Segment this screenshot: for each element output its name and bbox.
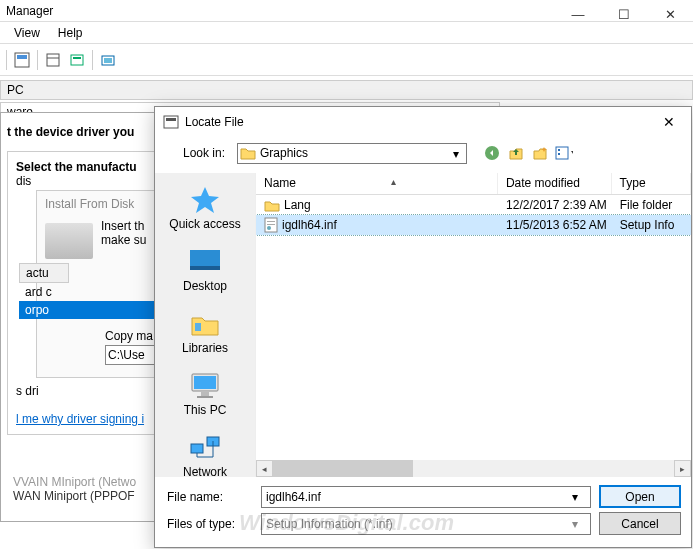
svg-rect-11 <box>556 147 568 159</box>
insert-text: Insert th <box>101 219 146 233</box>
svg-rect-24 <box>267 221 275 222</box>
filename-combo[interactable]: igdlh64.inf ▾ <box>261 486 591 508</box>
file-type: File folder <box>612 197 691 213</box>
parent-window-controls: — ☐ ✕ <box>555 0 693 28</box>
view-menu-button[interactable] <box>555 144 573 162</box>
svg-rect-25 <box>267 224 275 225</box>
svg-rect-18 <box>194 376 216 389</box>
svg-point-26 <box>267 226 271 230</box>
svg-rect-21 <box>191 444 203 453</box>
svg-rect-5 <box>73 57 81 59</box>
chevron-down-icon: ▾ <box>572 490 588 504</box>
lookin-value: Graphics <box>260 146 308 160</box>
file-date: 11/5/2013 6:52 AM <box>498 217 612 233</box>
star-icon <box>187 185 223 215</box>
svg-rect-19 <box>201 392 209 396</box>
filename-label: File name: <box>165 490 253 504</box>
svg-rect-20 <box>197 396 213 398</box>
back-button[interactable] <box>483 144 501 162</box>
toolbar-icon[interactable] <box>68 51 86 69</box>
svg-rect-8 <box>164 116 178 128</box>
column-header: actu <box>19 263 69 283</box>
lookin-label: Look in: <box>163 146 231 160</box>
chevron-down-icon: ▾ <box>448 146 464 162</box>
folder-icon <box>240 146 256 160</box>
lookin-combo[interactable]: Graphics ▾ <box>237 143 467 164</box>
toolbar-icon[interactable] <box>13 51 31 69</box>
locate-file-dialog: Locate File ✕ Look in: Graphics ▾ Quick … <box>154 106 692 548</box>
open-button[interactable]: Open <box>599 485 681 508</box>
file-row[interactable]: Lang 12/2/2017 2:39 AM File folder <box>256 195 691 215</box>
insert-text: make su <box>101 233 146 247</box>
svg-rect-7 <box>104 58 112 63</box>
svg-rect-2 <box>47 54 59 66</box>
file-list: ▴ Name Date modified Type Lang 12/2/2017… <box>255 173 691 477</box>
network-icon <box>187 433 223 463</box>
scroll-thumb[interactable] <box>273 460 413 477</box>
file-name: Lang <box>284 198 311 212</box>
place-quick-access[interactable]: Quick access <box>160 179 250 237</box>
parent-toolbar <box>0 44 693 76</box>
horizontal-scrollbar[interactable]: ◂ ▸ <box>256 460 691 477</box>
up-folder-button[interactable] <box>507 144 525 162</box>
column-type[interactable]: Type <box>612 173 691 194</box>
file-row[interactable]: igdlh64.inf 11/5/2013 6:52 AM Setup Info <box>256 215 691 235</box>
sort-arrow-icon: ▴ <box>391 176 396 187</box>
filename-value: igdlh64.inf <box>266 490 321 504</box>
filetype-label: Files of type: <box>165 517 253 531</box>
file-date: 12/2/2017 2:39 AM <box>498 197 612 213</box>
file-name: igdlh64.inf <box>282 218 337 232</box>
maximize-button[interactable]: ☐ <box>601 0 647 28</box>
dialog-close-button[interactable]: ✕ <box>655 108 683 136</box>
file-list-header: ▴ Name Date modified Type <box>256 173 691 195</box>
menu-view[interactable]: View <box>6 24 48 42</box>
tree-node-pc[interactable]: PC <box>0 80 693 100</box>
close-button[interactable]: ✕ <box>647 0 693 28</box>
svg-rect-4 <box>71 55 83 65</box>
select-manufacturer-label: Select the manufactu <box>16 160 137 174</box>
desktop-icon <box>187 247 223 277</box>
libraries-icon <box>187 309 223 339</box>
scroll-right-button[interactable]: ▸ <box>674 460 691 477</box>
pc-icon <box>187 371 223 401</box>
scroll-left-button[interactable]: ◂ <box>256 460 273 477</box>
places-bar: Quick access Desktop Libraries This PC N… <box>155 173 255 477</box>
svg-rect-12 <box>558 149 560 151</box>
svg-rect-16 <box>195 323 201 331</box>
cancel-button[interactable]: Cancel <box>599 512 681 535</box>
column-date[interactable]: Date modified <box>498 173 612 194</box>
place-desktop[interactable]: Desktop <box>160 241 250 299</box>
place-this-pc[interactable]: This PC <box>160 365 250 423</box>
copy-from-label: Copy ma <box>105 329 153 343</box>
svg-rect-9 <box>166 118 176 121</box>
filetype-value: Setup Information (*.inf) <box>266 517 393 531</box>
parent-title: Manager <box>6 4 53 18</box>
inf-file-icon <box>264 217 278 233</box>
new-folder-button[interactable] <box>531 144 549 162</box>
chevron-down-icon: ▾ <box>572 517 588 531</box>
dialog-title-bar: Locate File ✕ <box>155 107 691 137</box>
svg-rect-1 <box>17 55 27 59</box>
place-network[interactable]: Network <box>160 427 250 477</box>
floppy-icon <box>45 223 93 259</box>
column-name[interactable]: Name <box>256 173 498 194</box>
filetype-combo[interactable]: Setup Information (*.inf) ▾ <box>261 513 591 535</box>
place-libraries[interactable]: Libraries <box>160 303 250 361</box>
svg-rect-15 <box>190 266 220 270</box>
file-type: Setup Info <box>612 217 691 233</box>
toolbar-icon[interactable] <box>99 51 117 69</box>
dialog-title: Locate File <box>185 115 655 129</box>
dialog-icon <box>163 114 179 130</box>
menu-help[interactable]: Help <box>50 24 91 42</box>
minimize-button[interactable]: — <box>555 0 601 28</box>
svg-rect-13 <box>558 153 560 155</box>
folder-icon <box>264 199 280 212</box>
toolbar-icon[interactable] <box>44 51 62 69</box>
disk-label: dis <box>16 174 31 188</box>
